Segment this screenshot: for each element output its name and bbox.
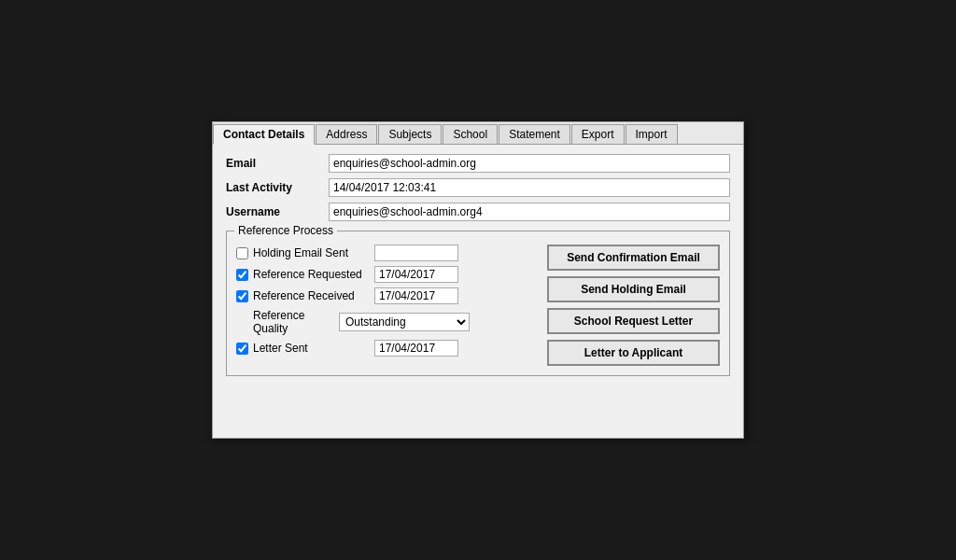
- reference-requested-date[interactable]: [374, 266, 458, 283]
- tab-import[interactable]: Import: [626, 124, 678, 144]
- main-window: Contact Details Address Subjects School …: [212, 121, 744, 439]
- email-label: Email: [226, 157, 329, 170]
- reference-received-checkbox[interactable]: [236, 290, 248, 302]
- holding-email-checkbox[interactable]: [236, 247, 248, 259]
- tab-contact-details[interactable]: Contact Details: [213, 124, 315, 145]
- reference-requested-row: Reference Requested: [236, 266, 536, 283]
- tab-school[interactable]: School: [443, 124, 498, 144]
- holding-email-label: Holding Email Sent: [253, 246, 374, 259]
- reference-quality-select[interactable]: Outstanding Good Satisfactory Poor: [339, 313, 470, 331]
- holding-email-date[interactable]: [374, 245, 458, 261]
- holding-email-row: Holding Email Sent: [236, 245, 536, 261]
- last-activity-row: Last Activity: [226, 178, 730, 197]
- letter-to-applicant-button[interactable]: Letter to Applicant: [547, 340, 720, 366]
- content-area: Email Last Activity Username Reference P…: [213, 145, 743, 385]
- last-activity-label: Last Activity: [226, 181, 329, 194]
- email-row: Email: [226, 154, 730, 173]
- last-activity-input[interactable]: [329, 178, 730, 197]
- reference-received-date[interactable]: [374, 287, 458, 304]
- email-input[interactable]: [329, 154, 730, 173]
- reference-requested-checkbox[interactable]: [236, 269, 248, 281]
- reference-quality-label: Reference Quality: [236, 309, 339, 335]
- username-label: Username: [226, 205, 329, 218]
- reference-received-row: Reference Received: [236, 287, 536, 304]
- send-holding-button[interactable]: Send Holding Email: [547, 276, 720, 302]
- reference-requested-label: Reference Requested: [253, 268, 374, 281]
- letter-sent-date[interactable]: [374, 340, 458, 357]
- tab-bar: Contact Details Address Subjects School …: [213, 122, 743, 145]
- right-column: Send Confirmation Email Send Holding Ema…: [547, 245, 720, 366]
- school-request-button[interactable]: School Request Letter: [547, 308, 720, 334]
- tab-export[interactable]: Export: [571, 124, 625, 144]
- letter-sent-label: Letter Sent: [253, 342, 374, 355]
- letter-sent-row: Letter Sent: [236, 340, 536, 357]
- reference-process-section: Reference Process Holding Email Sent Ref…: [226, 231, 730, 376]
- reference-received-label: Reference Received: [253, 289, 374, 302]
- letter-sent-checkbox[interactable]: [236, 343, 248, 355]
- tab-subjects[interactable]: Subjects: [378, 124, 442, 144]
- username-row: Username: [226, 203, 730, 221]
- section-content: Holding Email Sent Reference Requested R…: [236, 245, 720, 366]
- send-confirmation-button[interactable]: Send Confirmation Email: [547, 245, 720, 271]
- tab-statement[interactable]: Statement: [499, 124, 570, 144]
- tab-address[interactable]: Address: [316, 124, 377, 144]
- reference-quality-row: Reference Quality Outstanding Good Satis…: [236, 309, 536, 335]
- reference-process-title: Reference Process: [234, 224, 337, 237]
- username-input[interactable]: [329, 203, 730, 221]
- left-column: Holding Email Sent Reference Requested R…: [236, 245, 536, 366]
